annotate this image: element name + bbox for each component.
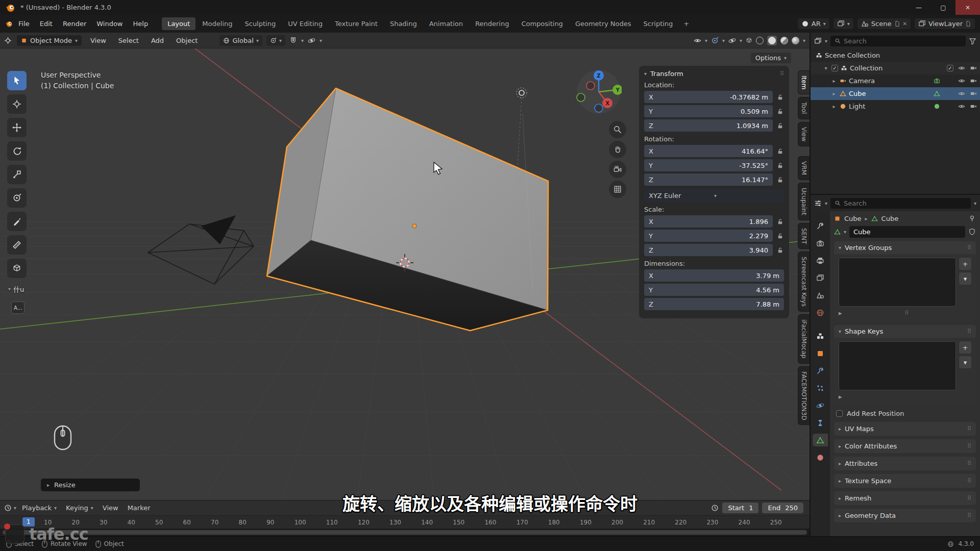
vertex-groups-list[interactable] [839,258,956,307]
lock-icon[interactable] [776,232,784,240]
tab-object-properties[interactable] [813,347,828,360]
hide-eye-icon[interactable] [958,90,965,97]
hide-eye-icon[interactable] [958,103,965,110]
tab-object-data-properties[interactable] [813,434,828,446]
tab-geometry-nodes[interactable]: Geometry Nodes [570,17,637,30]
lock-icon[interactable] [776,147,784,155]
rotation-mode-dropdown[interactable]: XYZ Euler▾ [644,189,784,202]
pivot-point-dropdown[interactable]: ▾ [266,35,285,46]
tool-measure-button[interactable] [7,235,27,255]
snap-dropdown-icon[interactable]: ▾ [301,38,304,43]
tool-select-box-button[interactable] [7,71,27,90]
dimensions-z-field[interactable]: Z7.88 m [644,298,784,310]
lock-icon[interactable] [776,176,784,184]
mode-dropdown[interactable]: Object Mode ▾ [17,35,82,46]
row-light[interactable]: ▸ Light [811,100,980,113]
shape-key-specials-button[interactable]: ▾ [959,356,971,368]
tool-move-button[interactable] [7,118,27,137]
properties-search-input[interactable] [844,199,967,207]
menu-view[interactable]: View [87,35,110,46]
tab-modeling[interactable]: Modeling [197,17,238,30]
tool-annotate-button[interactable] [7,212,27,231]
properties-search[interactable] [830,198,971,209]
menu-edit[interactable]: Edit [35,18,57,30]
rotation-x-field[interactable]: X416.64° [644,145,773,157]
location-y-field[interactable]: Y0.509 m [644,105,773,117]
tab-constraint-properties[interactable] [813,416,828,429]
app-menu-logo-icon[interactable] [5,20,13,28]
lock-icon[interactable] [776,246,784,254]
outliner-search-input[interactable] [844,37,962,45]
row-camera[interactable]: ▸ Camera [811,74,980,87]
lock-icon[interactable] [776,218,784,226]
attributes-panel[interactable]: ▸Attributes⠿ [834,457,976,470]
zoom-button[interactable] [609,121,626,138]
chevron-right-icon[interactable]: ▸ [839,309,842,317]
menu-window[interactable]: Window [92,18,127,30]
tab-ifacialmocap[interactable]: iFacialMocap [798,314,810,363]
tab-modifier-properties[interactable] [813,364,828,377]
tab-layout[interactable]: Layout [162,17,195,30]
uv-maps-panel[interactable]: ▸UV Maps⠿ [834,422,976,436]
gizmo-neg-y-ball[interactable] [577,93,585,102]
color-attributes-panel[interactable]: ▸Color Attributes⠿ [834,439,976,453]
menu-add[interactable]: Add [148,35,167,46]
tool-scale-button[interactable] [7,165,27,184]
tab-sent[interactable]: SENT [798,223,810,249]
shading-rendered-button[interactable] [792,37,799,44]
scene-selector[interactable]: Scene ✕ [857,18,911,29]
datablock-name-field[interactable]: Cube [849,226,965,238]
vertex-groups-header[interactable]: ▾ Vertex Groups ⠿ [834,241,976,254]
menu-help[interactable]: Help [129,18,153,30]
tab-rendering[interactable]: Rendering [470,17,514,30]
menu-render[interactable]: Render [58,18,91,30]
outliner-editor-icon[interactable] [814,37,822,45]
lock-icon[interactable] [776,162,784,169]
operator-panel[interactable]: ▸ Resize [41,479,140,491]
tab-vrm[interactable]: VRM [798,156,810,180]
snap-magnet-icon[interactable] [289,37,297,44]
active-tool-selector[interactable]: AR ▾ [798,18,829,29]
tab-screencast-keys[interactable]: Screencast Keys [798,252,810,312]
scale-y-field[interactable]: Y2.279 [644,230,773,242]
pin-icon[interactable] [968,215,976,222]
breadcrumb-object[interactable]: Cube [844,215,862,222]
chevron-right-icon[interactable]: ▸ [839,393,842,400]
timeline-track[interactable]: 1020304050607080901001101201301401501601… [0,515,810,529]
exclude-checkbox[interactable]: ✓ [947,65,953,71]
add-workspace-button[interactable]: + [679,18,693,30]
shading-material-button[interactable] [780,37,788,44]
chevron-down-icon[interactable]: ▾ [844,229,846,235]
shape-keys-list[interactable] [839,341,956,390]
chevron-down-icon[interactable]: ▾ [722,38,725,43]
timeline-scrollbar[interactable] [0,529,810,536]
tool-cursor-button[interactable] [7,94,27,114]
gizmo-z-ball[interactable]: Z [594,70,604,81]
rotation-z-field[interactable]: Z16.147° [644,173,773,186]
proportional-editing-icon[interactable] [308,37,315,44]
hide-eye-icon[interactable] [958,77,965,85]
disable-render-icon[interactable] [970,90,977,97]
tab-ucupaint[interactable]: Ucupaint [798,183,810,220]
tool-transform-button[interactable] [7,188,27,208]
tab-scene-properties[interactable] [813,289,828,302]
chevron-down-icon[interactable]: ▾ [644,71,647,77]
hide-eye-icon[interactable] [958,64,965,72]
scale-z-field[interactable]: Z3.940 [644,244,773,256]
menu-file[interactable]: File [14,18,34,30]
lock-icon[interactable] [776,108,784,115]
disable-render-icon[interactable] [970,103,977,110]
expand-icon[interactable]: ▸ [831,91,837,96]
tab-tool[interactable]: Tool [798,97,810,119]
new-scene-icon[interactable] [894,20,900,28]
viewport-3d[interactable]: User Perspective (1) Collection | Cube O… [0,48,810,500]
chevron-down-icon[interactable]: ▾ [705,38,707,43]
tab-viewlayer-properties[interactable] [813,271,828,284]
pan-button[interactable] [609,141,626,158]
scene-browse-dropdown[interactable]: ▾ [834,18,853,29]
filter-icon[interactable] [969,37,976,45]
disable-render-icon[interactable] [970,64,977,72]
add-shape-key-button[interactable]: + [959,341,971,354]
expand-icon[interactable]: ▸ [831,104,837,109]
tab-render-properties[interactable] [813,237,828,249]
